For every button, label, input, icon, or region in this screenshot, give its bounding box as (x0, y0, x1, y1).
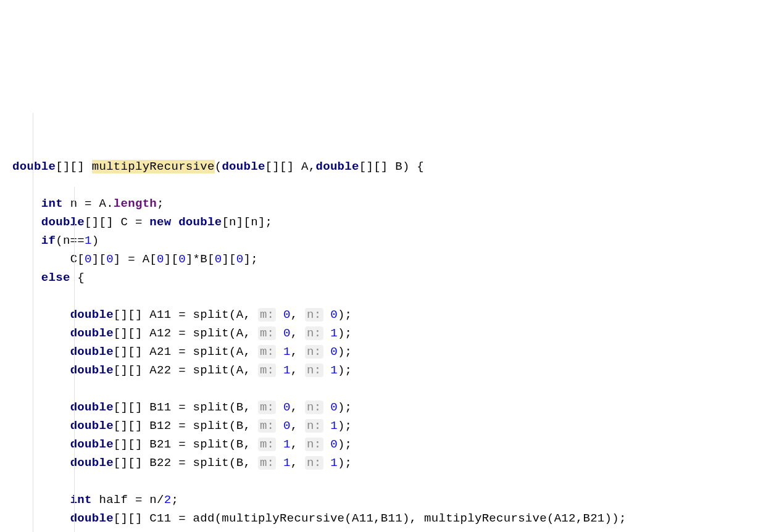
token-kw: double (70, 456, 114, 470)
token: [][] A21 = split(A, (114, 345, 258, 359)
token: n = A. (70, 197, 114, 210)
token: ]; (244, 252, 258, 266)
token-num: 0 (330, 401, 338, 414)
token-kw: if (41, 234, 56, 247)
token-hint: n: (305, 364, 323, 377)
token: ); (338, 438, 352, 451)
token: ][ (164, 252, 178, 266)
token (276, 419, 283, 433)
token-kw: double (41, 215, 85, 229)
token-num: 0 (330, 345, 338, 359)
token-num: 0 (215, 252, 222, 266)
token: , (291, 401, 305, 414)
token: , (291, 419, 305, 433)
token (323, 456, 331, 470)
token-num: 2 (164, 493, 172, 507)
token-hint: n: (305, 419, 323, 433)
token-kw: double (70, 308, 114, 322)
token-hint: m: (258, 456, 276, 470)
token-hint: m: (258, 308, 276, 322)
token (323, 419, 331, 433)
token: ); (338, 326, 352, 340)
token (276, 345, 283, 359)
token: ); (338, 308, 352, 322)
code-line: double[][] A12 = split(A, m: 0, n: 1); (12, 324, 746, 343)
token (323, 345, 331, 359)
token: [][] B) { (359, 160, 424, 173)
code-line: double[][] C11 = add(multiplyRecursive(A… (12, 509, 746, 528)
code-container: double[][] multiplyRecursive(double[][] … (12, 83, 746, 532)
token-hint: n: (305, 401, 323, 414)
token: ); (338, 364, 352, 377)
token: [][] A22 = split(A, (114, 364, 258, 377)
code-line: double[][] C = new double[n][n]; (12, 213, 746, 231)
code-line (12, 380, 746, 398)
code-line: double[][] B11 = split(B, m: 0, n: 0); (12, 398, 746, 417)
token: , (291, 456, 305, 470)
token: , (291, 438, 305, 451)
token-kw: double (70, 345, 114, 359)
indent-guide (33, 113, 33, 532)
token-num: 0 (330, 308, 338, 322)
token-num: 1 (85, 234, 92, 247)
token: ); (338, 345, 352, 359)
token-hint: m: (258, 326, 276, 340)
token (276, 308, 283, 322)
token-kw: double (70, 401, 114, 414)
token: (n== (56, 234, 85, 247)
token-hint: n: (305, 456, 323, 470)
code-line: double[][] A21 = split(A, m: 1, n: 0); (12, 343, 746, 361)
token (276, 401, 283, 414)
token: [][] C = (85, 215, 149, 229)
token: , (291, 345, 305, 359)
token-num: 0 (236, 252, 244, 266)
token: half = n/ (99, 493, 164, 507)
token-hint: n: (305, 345, 323, 359)
code-line: double[][] multiplyRecursive(double[][] … (12, 157, 746, 176)
token-kw: new double (149, 215, 222, 229)
token: , (291, 364, 305, 377)
code-line: double[][] B22 = split(B, m: 1, n: 1); (12, 454, 746, 472)
code-line (12, 472, 746, 491)
token: [][] (56, 160, 92, 173)
token: [][] B21 = split(B, (114, 438, 258, 451)
token: [][] A, (265, 160, 316, 173)
token-kw: double (70, 419, 114, 433)
code-line: double[][] C12 = add(multiplyRecursive(A… (12, 528, 746, 532)
token: { (77, 271, 85, 285)
token-kw: double (316, 160, 359, 173)
code-line: int half = n/2; (12, 491, 746, 509)
code-line: double[][] B21 = split(B, m: 1, n: 0); (12, 435, 746, 454)
token-num: 1 (330, 419, 338, 433)
token-num: 0 (283, 326, 291, 340)
token (276, 456, 283, 470)
token-kw: else (41, 271, 78, 285)
token: [][] A11 = split(A, (114, 308, 258, 322)
token: ] = A[ (114, 252, 157, 266)
token (276, 364, 283, 377)
code-line (12, 176, 746, 194)
code-line: C[0][0] = A[0][0]*B[0][0]; (12, 250, 746, 268)
token-kw: double (12, 160, 56, 173)
token-hint: n: (305, 326, 323, 340)
token: ); (338, 401, 352, 414)
token: [][] A12 = split(A, (114, 326, 258, 340)
token: ); (338, 456, 352, 470)
token-hint: m: (258, 364, 276, 377)
token-num: 1 (330, 456, 338, 470)
token-num: 0 (106, 252, 114, 266)
token-hint: n: (305, 438, 323, 451)
token-num: 0 (283, 401, 291, 414)
token-kw: double (222, 160, 265, 173)
token-num: 0 (330, 438, 338, 451)
indent-guide (74, 224, 75, 532)
token-mem: length (114, 197, 157, 210)
code-line: else { (12, 268, 746, 287)
token: [][] B12 = split(B, (114, 419, 258, 433)
code-line: double[][] B12 = split(B, m: 0, n: 1); (12, 417, 746, 435)
code-line: double[][] A22 = split(A, m: 1, n: 1); (12, 361, 746, 380)
token-num: 0 (283, 308, 291, 322)
token-num: 0 (178, 252, 186, 266)
token: ) (92, 234, 99, 247)
token: ][ (92, 252, 106, 266)
